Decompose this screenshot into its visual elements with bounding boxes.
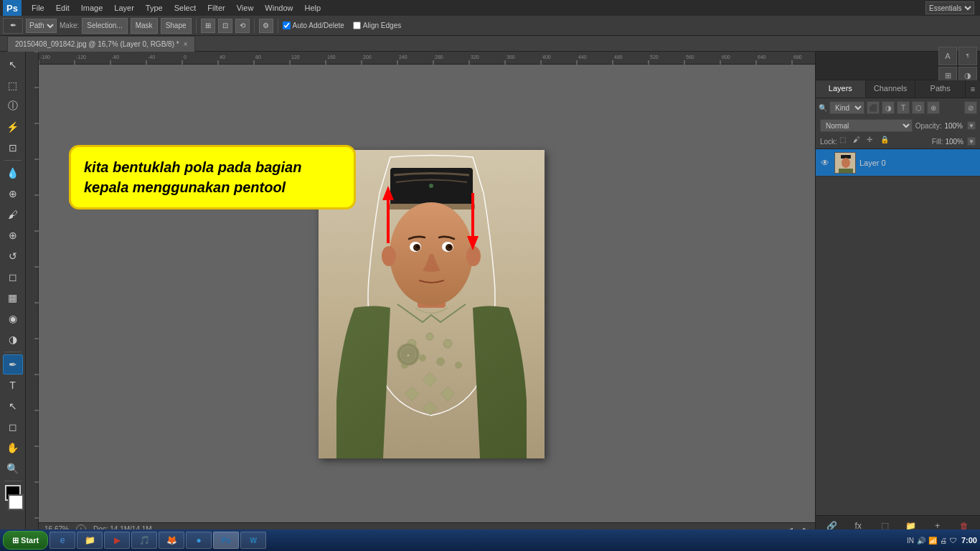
quick-select-tool[interactable]: ⚡	[3, 117, 23, 137]
lock-transparent-btn[interactable]: ⬚	[839, 136, 851, 147]
move-tool[interactable]: ↖	[3, 55, 23, 75]
align-icon-2[interactable]: ⊡	[218, 19, 232, 33]
taskbar-vlc[interactable]: 🎵	[131, 532, 157, 549]
lock-all-btn[interactable]: 🔒	[880, 136, 892, 147]
svg-point-74	[382, 246, 396, 266]
opacity-arrow[interactable]: ▼	[967, 121, 976, 130]
path-select-tool[interactable]: ↖	[3, 396, 23, 416]
brush-tool[interactable]: 🖌	[3, 204, 23, 225]
canvas-area[interactable]: -160 -120 -80 -40 0 40 80 120 160 200	[26, 52, 815, 535]
blur-tool[interactable]: ◉	[3, 309, 23, 329]
align-edges-group: Align Edges	[353, 22, 401, 29]
filter-kind-select[interactable]: Kind	[829, 101, 864, 114]
explorer-icon: 📁	[83, 534, 96, 547]
svg-point-82	[455, 362, 462, 369]
taskbar-firefox[interactable]: 🦊	[159, 532, 184, 549]
transform-icon[interactable]: ⟲	[235, 19, 250, 33]
filter-shape-btn[interactable]: ⬡	[912, 101, 925, 114]
shape-tool[interactable]: ◻	[3, 417, 23, 437]
tab-bar: 20150408_091842.jpg @ 16,7% (Layer 0, RG…	[0, 36, 980, 52]
svg-text:0: 0	[184, 55, 187, 60]
align-icon-1[interactable]: ⊞	[201, 19, 215, 33]
taskbar-chrome[interactable]: ●	[186, 532, 212, 549]
path-select[interactable]: Path	[26, 19, 57, 33]
tab-channels[interactable]: Channels	[866, 80, 916, 98]
sys-print[interactable]: 🖨	[940, 537, 947, 545]
blend-mode-select[interactable]: Normal	[820, 119, 913, 132]
dodge-tool[interactable]: ◑	[3, 329, 23, 349]
marquee-tool[interactable]: ⬚	[3, 75, 23, 95]
svg-point-80	[436, 357, 445, 366]
document-tab[interactable]: 20150408_091842.jpg @ 16,7% (Layer 0, RG…	[7, 36, 195, 52]
blend-mode-row: Normal Opacity: 100% ▼	[816, 117, 980, 134]
align-edges-checkbox[interactable]	[353, 22, 361, 29]
tab-layers[interactable]: Layers	[816, 80, 866, 98]
pen-tool active[interactable]: ✒	[3, 354, 23, 375]
svg-text:360: 360	[507, 55, 515, 60]
toolbar-sep-1	[4, 160, 22, 161]
filter-toggle-btn[interactable]: ⊘	[964, 101, 977, 114]
clone-tool[interactable]: ⊕	[3, 225, 23, 245]
selection-button[interactable]: Selection...	[82, 18, 127, 34]
settings-icon[interactable]: ⚙	[259, 19, 273, 33]
menu-layer[interactable]: Layer	[108, 2, 140, 14]
shape-button[interactable]: Shape	[161, 18, 192, 34]
hand-tool[interactable]: ✋	[3, 438, 23, 458]
layer-name-0: Layer 0	[859, 159, 976, 167]
sys-volume[interactable]: 🔊	[917, 537, 925, 545]
heal-tool[interactable]: ⊕	[3, 184, 23, 204]
svg-text:240: 240	[399, 55, 407, 60]
menu-window[interactable]: Window	[259, 2, 298, 14]
lock-image-btn[interactable]: 🖌	[853, 136, 864, 147]
zoom-tool[interactable]: 🔍	[3, 458, 23, 479]
svg-text:520: 520	[650, 55, 659, 60]
history-brush-tool[interactable]: ↺	[3, 246, 23, 266]
panel-icon-2[interactable]: ¶	[958, 47, 977, 65]
taskbar-photoshop[interactable]: Ps	[213, 532, 239, 549]
photoshop-icon: Ps	[220, 534, 232, 547]
gradient-tool[interactable]: ▦	[3, 288, 23, 308]
taskbar-ie[interactable]: e	[50, 532, 75, 549]
eyedropper-tool[interactable]: 💧	[3, 163, 23, 183]
menu-image[interactable]: Image	[75, 2, 109, 14]
layer-visibility-0[interactable]: 👁	[819, 157, 831, 169]
lasso-tool[interactable]: ⓛ	[3, 96, 23, 116]
sys-network[interactable]: 📶	[928, 537, 937, 545]
svg-point-78	[443, 339, 452, 348]
filter-type-btn[interactable]: T	[897, 101, 910, 114]
taskbar-explorer[interactable]: 📁	[77, 532, 103, 549]
menu-filter[interactable]: Filter	[202, 2, 230, 14]
panel-menu-icon[interactable]: ≡	[966, 80, 980, 98]
tab-close-button[interactable]: ×	[184, 40, 188, 48]
firefox-icon: 🦊	[165, 534, 178, 547]
svg-point-79	[419, 354, 426, 362]
sys-security[interactable]: 🛡	[950, 537, 957, 545]
menu-file[interactable]: File	[26, 2, 50, 14]
auto-add-delete-checkbox[interactable]	[283, 22, 291, 29]
svg-point-72	[416, 245, 419, 248]
taskbar-word[interactable]: W	[240, 532, 266, 549]
menu-help[interactable]: Help	[298, 2, 326, 14]
fill-arrow[interactable]: ▼	[967, 137, 976, 146]
lock-position-btn[interactable]: ✛	[867, 136, 878, 147]
menu-type[interactable]: Type	[140, 2, 169, 14]
eraser-tool[interactable]: ◻	[3, 267, 23, 287]
panel-icon-1[interactable]: A	[938, 47, 957, 65]
text-tool[interactable]: T	[3, 375, 23, 395]
crop-tool[interactable]: ⊡	[3, 138, 23, 158]
media-icon: ▶	[110, 534, 123, 547]
layer-row-0[interactable]: 👁 Layer 0	[816, 149, 980, 176]
taskbar-media[interactable]: ▶	[104, 532, 130, 549]
menu-edit[interactable]: Edit	[50, 2, 75, 14]
essentials-dropdown[interactable]: Essentials	[925, 1, 974, 14]
start-button[interactable]: ⊞ Start	[3, 531, 48, 550]
filter-pixel-btn[interactable]: ⬛	[867, 101, 880, 114]
filter-adjustment-btn[interactable]: ◑	[882, 101, 895, 114]
tab-paths[interactable]: Paths	[915, 80, 966, 98]
filter-smart-btn[interactable]: ⊕	[927, 101, 940, 114]
background-color[interactable]	[8, 494, 24, 510]
menu-view[interactable]: View	[231, 2, 260, 14]
main-area: ↖ ⬚ ⓛ ⚡ ⊡ 💧 ⊕ 🖌 ⊕ ↺ ◻ ▦ ◉ ◑ ✒ T ↖ ◻ ✋ 🔍 …	[0, 52, 980, 535]
mask-button[interactable]: Mask	[131, 18, 158, 34]
menu-select[interactable]: Select	[169, 2, 202, 14]
